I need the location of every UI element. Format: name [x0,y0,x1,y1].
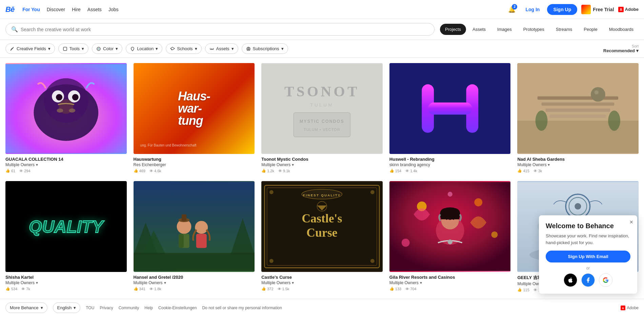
view-count-2: 4.6k [149,169,161,173]
popup-social-buttons [546,273,630,287]
footer-cookie[interactable]: Cookie-Einstellungen [158,306,197,310]
footer-adobe-logo: A Adobe [621,306,639,310]
tab-streams[interactable]: Streams [551,24,577,35]
language-selector[interactable]: English ▾ [53,302,81,313]
filter-tools[interactable]: Tools ▾ [58,43,88,54]
project-thumbnail-6: QUALITY QUALITY [5,181,127,272]
filter-schools[interactable]: Schools ▾ [166,43,201,54]
search-tabs: Projects Assets Images Prototypes Stream… [440,24,639,35]
footer-help[interactable]: Help [144,306,153,310]
notification-button[interactable]: 🔔 2 [506,3,518,16]
free-trial-link[interactable]: Free Trial [581,5,614,14]
project-stats-4: 154 1.4k [389,169,511,173]
popup-description: Showcase your work. Find new inspiration… [546,233,630,246]
sort-value-button[interactable]: Recommended ▾ [603,48,639,53]
apple-icon [567,277,573,283]
tab-projects[interactable]: Projects [440,24,466,35]
svg-text:MYSTIC CONDOS: MYSTIC CONDOS [300,119,344,124]
tab-assets[interactable]: Assets [467,24,491,35]
project-meta-5: Nad Al Sheba Gardens Multiple Owners ▾ 4… [517,154,639,174]
nav-discover[interactable]: Discover [47,7,65,12]
filter-assets[interactable]: Assets ▾ [205,43,238,54]
tab-people[interactable]: People [579,24,602,35]
nad-illustration [517,63,639,154]
signup-apple-button[interactable] [564,273,577,287]
popup-close-button[interactable]: × [629,219,633,226]
project-author-2: Res Eichenberger [134,162,255,167]
more-behance-button[interactable]: More Behance ▾ [5,302,47,313]
tab-moodboards[interactable]: Moodboards [604,24,639,35]
project-card-7[interactable]: Hansel and Gretel /2020 Multiple Owners … [134,181,255,293]
svg-point-36 [536,111,548,131]
project-card-2[interactable]: Haus-war-tung ung. Für Bauten und Bewohn… [134,63,255,174]
project-meta-1: GUACALA COLLECTION 14 Multiple Owners ▾ … [5,154,127,174]
project-title-1: GUACALA COLLECTION 14 [5,157,127,162]
view-count-3: 9.1k [278,169,290,173]
link-icon [209,46,214,51]
project-card-9[interactable]: Gila River Resorts and Casinos Multiple … [389,181,511,293]
svg-point-16 [57,109,63,113]
project-thumbnail-9 [389,181,511,272]
tab-prototypes[interactable]: Prototypes [518,24,549,35]
like-count-9: 133 [389,287,401,291]
svg-rect-32 [546,109,610,112]
project-title-4: Huswell - Rebranding [389,157,511,162]
project-title-2: Hauswartung [134,157,255,162]
svg-rect-2 [63,47,67,51]
footer-tou[interactable]: TOU [86,306,94,310]
login-button[interactable]: Log In [522,5,543,14]
svg-point-66 [402,239,410,247]
behance-logo[interactable]: Bē [5,5,14,14]
welcome-popup: × Welcome to Behance Showcase your work.… [539,215,637,294]
author-dropdown-icon-3: ▾ [292,162,294,167]
tab-images[interactable]: Images [492,24,517,35]
signup-google-button[interactable] [599,273,612,287]
svg-point-64 [474,198,482,207]
svg-point-7 [248,48,249,49]
project-author-9: Multiple Owners ▾ [389,280,511,285]
popup-signup-email-button[interactable]: Sign Up With Email [546,251,630,262]
project-stats-5: 415 3k [517,169,639,173]
adobe-logo[interactable]: A Adobe [618,7,639,12]
project-card-5[interactable]: Nad Al Sheba Gardens Multiple Owners ▾ 4… [517,63,639,174]
project-author-4: skinn branding agency [389,162,511,167]
filter-location[interactable]: Location ▾ [126,43,162,54]
nav-hire[interactable]: Hire [72,7,81,12]
nav-jobs[interactable]: Jobs [108,7,119,12]
nav-assets[interactable]: Assets [87,7,102,12]
chevron-down-icon-3: ▾ [116,46,118,51]
project-card-8[interactable]: FINEST QUALITY Castle's Curse Castle's C… [261,181,383,293]
svg-point-58 [269,190,274,194]
signup-facebook-button[interactable] [581,273,595,287]
signup-button[interactable]: Sign Up [547,4,577,15]
svg-text:A: A [620,8,622,12]
project-author-7: Multiple Owners ▾ [134,280,255,285]
like-count-1: 61 [5,169,15,173]
filter-subscriptions[interactable]: Subscriptions ▾ [242,43,288,54]
author-dropdown-icon-6: ▾ [36,280,38,285]
svg-text:Castle's: Castle's [302,212,342,225]
footer-community[interactable]: Community [119,306,139,310]
view-count-9: 704 [405,287,416,291]
footer-dnssell[interactable]: Do not sell or share my personal informa… [202,306,282,310]
nav-for-you[interactable]: For You [22,7,40,12]
project-card-6[interactable]: QUALITY QUALITY Shisha Kartel Multiple O… [5,181,127,293]
project-card-3[interactable]: TSONOT TULUM MYSTIC CONDOS TULUM • VECTO… [261,63,383,174]
svg-text:A: A [622,306,624,310]
svg-rect-31 [542,102,615,106]
filter-creative-fields[interactable]: Creative Fields ▾ [5,43,55,54]
svg-point-70 [447,239,452,244]
project-card-1[interactable]: GUACALA COLLECTION 14 Multiple Owners ▾ … [5,63,127,174]
footer-privacy[interactable]: Privacy [100,306,113,310]
adobe-footer-icon: A [621,306,625,310]
search-input[interactable] [21,27,429,32]
project-card-4[interactable]: Huswell - Rebranding skinn branding agen… [389,63,511,174]
filter-color[interactable]: Color ▾ [92,43,122,54]
project-title-3: Tsonot Mystic Condos [261,157,383,162]
svg-text:Curse: Curse [306,226,337,239]
svg-point-17 [69,109,75,113]
svg-rect-21 [294,113,350,137]
svg-point-37 [608,111,621,131]
project-title-6: Shisha Kartel [5,275,127,280]
svg-point-67 [447,192,452,197]
